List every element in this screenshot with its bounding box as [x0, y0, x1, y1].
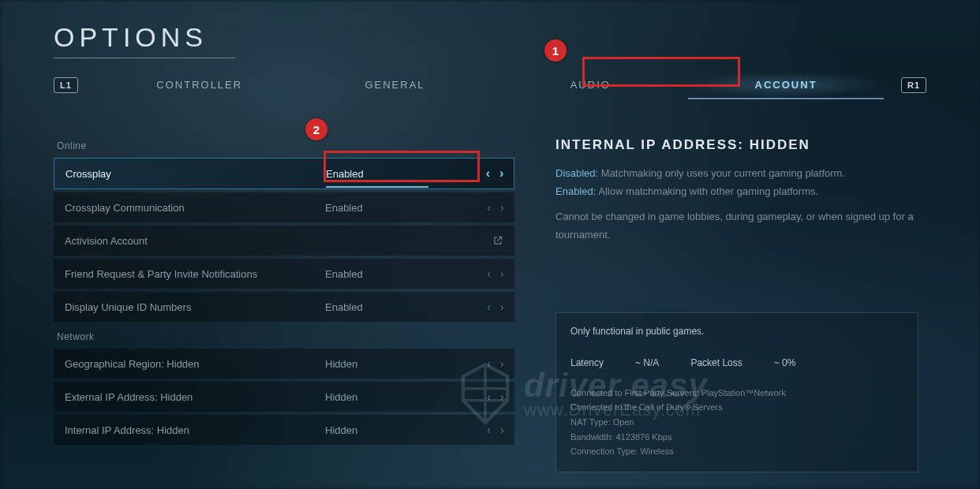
row-geo-region-label: Geographical Region: Hidden	[65, 358, 325, 370]
enabled-text: Allow matchmaking with other gaming plat…	[596, 185, 818, 197]
tab-controller[interactable]: CONTROLLER	[102, 72, 297, 99]
row-display-unique-id-label: Display Unique ID Numbers	[65, 301, 325, 313]
section-online-label: Online	[57, 140, 514, 151]
row-internal-ip-value: Hidden	[325, 424, 477, 436]
chevron-right-icon[interactable]: ›	[500, 300, 504, 313]
row-arrows[interactable]: ‹ ›	[477, 267, 514, 280]
chevron-right-icon[interactable]: ›	[500, 201, 504, 214]
row-external-ip[interactable]: External IP Address: Hidden Hidden ‹ ›	[54, 382, 514, 412]
chevron-left-icon[interactable]: ‹	[487, 390, 491, 403]
title-underline	[54, 58, 235, 58]
chevron-left-icon[interactable]: ‹	[487, 300, 491, 313]
chevron-left-icon[interactable]: ‹	[487, 201, 491, 214]
annotation-rect-account	[582, 57, 740, 87]
tabs: CONTROLLER GENERAL AUDIO ACCOUNT	[102, 72, 884, 99]
netline: Connected to First Party Servers: PlaySt…	[570, 386, 903, 401]
detail-note: Cannot be changed in game lobbies, durin…	[555, 207, 918, 244]
row-arrows[interactable]: ‹ ›	[477, 357, 514, 370]
netline: Bandwidth: 4123876 Kbps	[570, 430, 903, 445]
chevron-left-icon[interactable]: ‹	[487, 357, 491, 370]
chevron-right-icon[interactable]: ›	[499, 166, 503, 181]
bumper-r1[interactable]: R1	[901, 77, 926, 93]
latency-label: Latency	[570, 357, 604, 368]
packet-loss-value: ~ 0%	[774, 357, 796, 368]
annotation-circle-2: 2	[305, 118, 327, 140]
netline: NAT Type: Open	[570, 415, 903, 430]
row-internal-ip-label: Internal IP Address: Hidden	[65, 424, 325, 436]
row-arrows[interactable]: ‹ ›	[477, 390, 514, 403]
chevron-right-icon[interactable]: ›	[500, 357, 504, 370]
row-internal-ip[interactable]: Internal IP Address: Hidden Hidden ‹ ›	[54, 415, 514, 445]
enabled-keyword: Enabled:	[555, 185, 596, 197]
row-display-unique-id[interactable]: Display Unique ID Numbers Enabled ‹ ›	[54, 292, 514, 322]
disabled-keyword: Disabled:	[555, 167, 598, 179]
network-info-box: Only functional in public games. Latency…	[555, 312, 918, 472]
row-arrows[interactable]: ‹ ›	[477, 201, 514, 214]
row-geo-region[interactable]: Geographical Region: Hidden Hidden ‹ ›	[54, 349, 514, 379]
chevron-right-icon[interactable]: ›	[500, 424, 504, 436]
row-crossplay-communication-label: Crossplay Communication	[65, 202, 325, 214]
page-title: OPTIONS	[54, 22, 926, 53]
latency-value: ~ N/A	[635, 357, 659, 368]
row-activision-account-label: Activision Account	[65, 235, 325, 247]
annotation-rect-enabled	[324, 151, 480, 182]
detail-disabled-line: Disabled: Matchmaking only uses your cur…	[555, 164, 918, 182]
chevron-right-icon[interactable]: ›	[500, 267, 504, 280]
row-crossplay-label: Crossplay	[65, 168, 326, 180]
annotation-circle-1: 1	[544, 39, 567, 62]
row-arrows[interactable]: ‹ ›	[477, 300, 514, 313]
netline: Connection Type: Wireless	[570, 444, 903, 459]
row-geo-region-value: Hidden	[325, 358, 477, 370]
external-link-icon[interactable]	[492, 235, 503, 246]
row-crossplay-communication-value: Enabled	[325, 202, 477, 214]
row-friend-notifications-label: Friend Request & Party Invite Notificati…	[65, 268, 325, 280]
network-lines: Connected to First Party Servers: PlaySt…	[570, 386, 903, 459]
section-network-label: Network	[57, 331, 514, 342]
detail-enabled-line: Enabled: Allow matchmaking with other ga…	[555, 182, 918, 200]
tab-bar: L1 CONTROLLER GENERAL AUDIO ACCOUNT R1	[54, 71, 926, 99]
row-external-ip-label: External IP Address: Hidden	[65, 391, 325, 403]
netline: Connected to the Call of Duty® Servers	[570, 400, 903, 415]
row-arrows[interactable]: ‹ ›	[477, 424, 514, 436]
row-display-unique-id-value: Enabled	[325, 301, 477, 313]
detail-panel: INTERNAL IP ADDRESS: HIDDEN Disabled: Ma…	[514, 137, 926, 472]
packet-loss-label: Packet Loss	[690, 357, 742, 368]
bumper-l1[interactable]: L1	[54, 77, 78, 93]
row-friend-notifications-value: Enabled	[325, 268, 477, 280]
row-friend-notifications[interactable]: Friend Request & Party Invite Notificati…	[54, 259, 514, 289]
row-activision-account[interactable]: Activision Account	[54, 226, 514, 256]
row-crossplay-communication[interactable]: Crossplay Communication Enabled ‹ ›	[54, 192, 514, 222]
tab-general[interactable]: GENERAL	[297, 72, 493, 99]
infobox-note: Only functional in public games.	[570, 326, 903, 337]
row-crossplay-arrows[interactable]: ‹ ›	[476, 166, 514, 181]
chevron-right-icon[interactable]: ›	[500, 390, 504, 403]
row-external-ip-value: Hidden	[325, 391, 477, 403]
chevron-left-icon[interactable]: ‹	[487, 267, 491, 280]
chevron-left-icon[interactable]: ‹	[487, 424, 491, 436]
detail-heading: INTERNAL IP ADDRESS: HIDDEN	[555, 137, 918, 153]
chevron-left-icon[interactable]: ‹	[486, 166, 490, 181]
disabled-text: Matchmaking only uses your current gamin…	[598, 167, 845, 179]
settings-list: Online Crossplay Enabled ‹ › Crossplay C…	[54, 137, 514, 472]
